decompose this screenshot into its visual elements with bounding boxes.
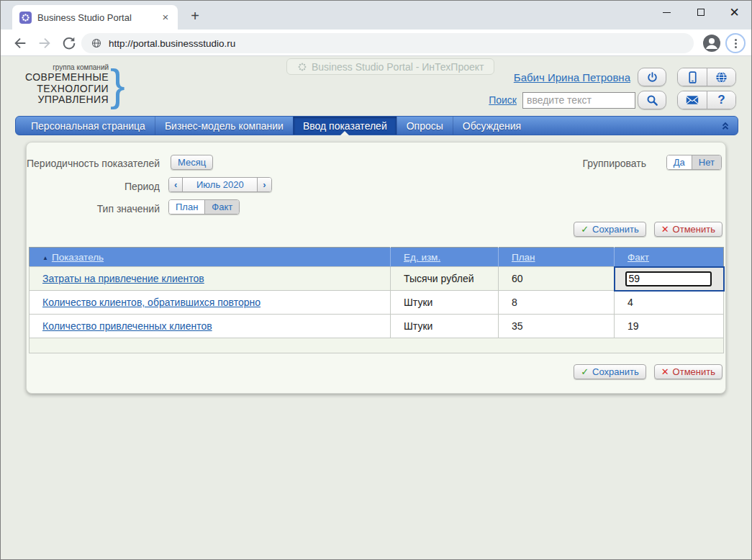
collapse-menu-button[interactable] [713, 117, 738, 135]
forward-button[interactable] [37, 35, 53, 51]
nav-tab-discussions[interactable]: Обсуждения [453, 117, 530, 135]
period-control: ‹ Июль 2020 › [168, 177, 272, 192]
double-chevron-up-icon [720, 121, 730, 131]
content-panel: Периодичность показателей Месяц Период ‹… [26, 142, 726, 394]
cross-icon: ✕ [661, 224, 669, 235]
logo-line2: ТЕХНОЛОГИИ [37, 83, 109, 95]
fact-cell-editing [615, 267, 724, 291]
nav-tab-indicators-input[interactable]: Ввод показателей [293, 117, 397, 135]
search-link[interactable]: Поиск [489, 94, 517, 106]
browser-toolbar: http://portal.businessstudio.ru [1, 30, 751, 56]
kebab-menu-icon [735, 39, 737, 48]
user-name-link[interactable]: Бабич Ирина Петровна [514, 71, 630, 83]
portal-page: Business Studio Portal - ИнТехПроект гру… [1, 56, 751, 559]
window-close-button[interactable]: ✕ [717, 1, 751, 24]
column-header-plan[interactable]: План [512, 252, 535, 263]
help-button[interactable]: ? [707, 91, 735, 109]
fact-value-input[interactable] [625, 271, 712, 286]
messages-button[interactable] [678, 91, 707, 109]
periodicity-month-button[interactable]: Месяц [171, 155, 213, 170]
question-mark-icon: ? [717, 93, 725, 107]
nav-tab-surveys[interactable]: Опросы [397, 117, 453, 135]
group-label: Группировать [583, 158, 646, 169]
logo-line1: СОВРЕМЕННЫЕ [25, 72, 109, 83]
nav-tab-business-model[interactable]: Бизнес-модель компании [155, 117, 293, 135]
group-toggle: Да Нет [666, 155, 722, 170]
column-header-unit[interactable]: Ед. изм. [404, 252, 440, 263]
period-next-button[interactable]: › [258, 178, 271, 191]
envelope-icon [686, 95, 699, 105]
mobile-version-button[interactable] [678, 68, 707, 86]
window-minimize-button[interactable] [650, 1, 684, 24]
sort-asc-icon: ▲ [42, 255, 48, 261]
portal-badge-text: Business Studio Portal - ИнТехПроект [312, 61, 484, 73]
browser-titlebar: Business Studio Portal × + ✕ [1, 1, 751, 30]
address-bar[interactable]: http://portal.businessstudio.ru [81, 33, 694, 53]
company-logo: группа компаний СОВРЕМЕННЫЕ ТЕХНОЛОГИИ У… [25, 63, 125, 106]
unit-cell: Штуки [391, 315, 499, 338]
period-value[interactable]: Июль 2020 [182, 178, 258, 191]
fact-cell[interactable]: 19 [615, 315, 724, 338]
browser-window: Business Studio Portal × + ✕ http://port… [0, 0, 752, 560]
search-icon [646, 94, 658, 107]
nav-tab-personal-page[interactable]: Персональная страница [22, 117, 155, 135]
language-button[interactable] [707, 68, 735, 86]
table-row: Количество клиентов, обратившихся повтор… [30, 291, 724, 315]
plan-cell: 60 [499, 267, 615, 291]
mobile-phone-icon [687, 71, 698, 83]
indicators-table: ▲Показатель Ед. изм. План Факт Затраты н… [29, 247, 725, 353]
column-header-indicator[interactable]: Показатель [52, 252, 104, 263]
site-favicon-icon [19, 12, 32, 24]
minimize-icon [663, 12, 671, 13]
indicator-link[interactable]: Количество клиентов, обратившихся повтор… [42, 297, 261, 308]
column-header-fact[interactable]: Факт [628, 252, 649, 263]
value-type-fact-button[interactable]: Факт [204, 200, 239, 214]
table-header-row: ▲Показатель Ед. изм. План Факт [30, 248, 724, 267]
check-icon: ✓ [581, 366, 589, 377]
table-footer-row [30, 338, 724, 353]
fact-cell[interactable]: 4 [615, 291, 724, 315]
logo-tagline: группа компаний [53, 63, 109, 71]
logout-button[interactable] [638, 68, 666, 86]
site-info-globe-icon[interactable] [91, 38, 101, 48]
indicator-link[interactable]: Затраты на привлечение клиентов [42, 273, 204, 284]
plan-cell: 8 [499, 291, 615, 315]
search-button[interactable] [638, 91, 666, 109]
value-type-label: Тип значений [27, 203, 160, 214]
tab-close-icon[interactable]: × [159, 11, 172, 24]
reload-button[interactable] [61, 35, 77, 51]
table-row: Затраты на привлечение клиентов Тысячи р… [30, 267, 724, 291]
gear-icon [297, 62, 307, 72]
table-row: Количество привлеченных клиентов Штуки 3… [30, 315, 724, 338]
window-maximize-button[interactable] [684, 1, 717, 24]
group-no-button[interactable]: Нет [692, 155, 721, 169]
check-icon: ✓ [581, 224, 589, 235]
globe-icon [715, 71, 728, 83]
plan-cell: 35 [499, 315, 615, 338]
browser-menu-button[interactable] [725, 33, 746, 53]
save-button-bottom[interactable]: ✓Сохранить [574, 364, 646, 379]
power-icon [646, 71, 658, 83]
close-icon: ✕ [729, 6, 739, 19]
cancel-button-bottom[interactable]: ✕Отменить [654, 364, 722, 379]
portal-title-badge: Business Studio Portal - ИнТехПроект [286, 58, 494, 75]
back-button[interactable] [12, 35, 28, 51]
value-type-plan-button[interactable]: План [169, 200, 204, 214]
browser-tab[interactable]: Business Studio Portal × [12, 5, 178, 30]
main-navigation: Персональная страница Бизнес-модель комп… [15, 116, 738, 135]
url-text: http://portal.businessstudio.ru [109, 38, 235, 49]
unit-cell: Штуки [391, 291, 499, 315]
save-button-top[interactable]: ✓Сохранить [574, 222, 646, 237]
search-input[interactable] [522, 92, 635, 109]
period-prev-button[interactable]: ‹ [169, 178, 182, 191]
unit-cell: Тысячи рублей [391, 267, 499, 291]
cross-icon: ✕ [661, 366, 669, 377]
logo-line3: УПРАВЛЕНИЯ [37, 94, 109, 106]
new-tab-button[interactable]: + [186, 8, 204, 25]
indicator-link[interactable]: Количество привлеченных клиентов [42, 320, 212, 332]
maximize-icon [697, 9, 705, 16]
profile-button[interactable] [702, 34, 721, 53]
periodicity-label: Периодичность показателей [27, 158, 160, 169]
cancel-button-top[interactable]: ✕Отменить [654, 222, 722, 237]
group-yes-button[interactable]: Да [667, 155, 692, 169]
